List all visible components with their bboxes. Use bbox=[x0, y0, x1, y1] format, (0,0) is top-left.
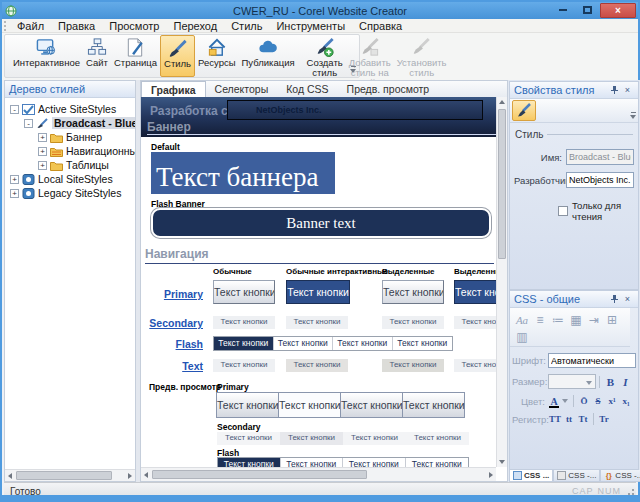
menu-view[interactable]: Просмотр bbox=[102, 19, 166, 33]
expander-icon[interactable]: + bbox=[10, 189, 19, 198]
toolbar-overflow-icon[interactable] bbox=[350, 66, 357, 74]
tab-css-code[interactable]: {} CSS -... bbox=[600, 470, 640, 482]
scroll-thumb[interactable] bbox=[152, 470, 367, 479]
expander-icon[interactable]: + bbox=[38, 133, 47, 142]
expander-icon[interactable]: + bbox=[10, 175, 19, 184]
preview-button: Текст кнопки bbox=[217, 432, 280, 445]
font-category-icon[interactable]: Aa bbox=[513, 311, 531, 328]
tree-item-tables[interactable]: + Таблицы bbox=[5, 158, 135, 172]
paragraph-category-icon[interactable]: ≡ bbox=[531, 311, 549, 328]
tree-item-local-sitestyles[interactable]: + Local SiteStyles bbox=[5, 172, 135, 186]
name-field[interactable] bbox=[566, 149, 634, 165]
developer-field[interactable] bbox=[566, 172, 634, 188]
create-style-button[interactable]: Создать стиль bbox=[304, 35, 346, 77]
main-horizontal-scrollbar[interactable] bbox=[141, 467, 496, 481]
lowercase-button[interactable]: tt bbox=[562, 414, 576, 424]
tab-css-list[interactable]: CSS -... bbox=[553, 470, 600, 482]
flash-banner-sample: Banner text bbox=[151, 208, 491, 238]
scroll-right-icon[interactable] bbox=[124, 470, 135, 481]
style-button[interactable]: Стиль bbox=[160, 35, 195, 77]
tab-selectors[interactable]: Селекторы bbox=[206, 81, 278, 97]
publish-button[interactable]: Публикация bbox=[239, 35, 298, 77]
indent-category-icon[interactable]: ⇥ bbox=[585, 311, 603, 328]
tab-graphics[interactable]: Графика bbox=[141, 81, 206, 97]
expander-icon[interactable]: + bbox=[38, 147, 47, 156]
italic-button[interactable]: I bbox=[618, 376, 633, 388]
menu-edit[interactable]: Правка bbox=[51, 19, 102, 33]
titlecase-button[interactable]: Tt bbox=[576, 414, 590, 424]
nav-row-secondary-link[interactable]: Secondary bbox=[145, 317, 203, 329]
color-dropdown-icon[interactable] bbox=[562, 399, 568, 403]
close-panel-icon[interactable]: × bbox=[621, 293, 634, 305]
scroll-thumb[interactable] bbox=[498, 109, 506, 259]
tree-item-broadcast-blue[interactable]: - Broadcast - Blue bbox=[5, 116, 135, 130]
bold-button[interactable]: B bbox=[603, 376, 618, 388]
menu-go[interactable]: Переход bbox=[166, 19, 224, 33]
border-category-icon[interactable]: ⊞ bbox=[603, 311, 621, 328]
tree-item-banner[interactable]: + Баннер bbox=[5, 130, 135, 144]
scroll-left-icon[interactable] bbox=[141, 469, 152, 480]
nav-col-normal: Обычные bbox=[213, 267, 252, 276]
superscript-button[interactable]: x¹ bbox=[605, 396, 619, 406]
font-color-button[interactable]: A bbox=[548, 396, 560, 407]
panel-toolbar-overflow-icon[interactable] bbox=[630, 112, 637, 120]
font-field[interactable] bbox=[548, 353, 636, 368]
scroll-down-icon[interactable] bbox=[497, 456, 507, 467]
expander-icon[interactable]: + bbox=[38, 161, 47, 170]
scroll-left-icon[interactable] bbox=[5, 470, 16, 481]
menu-help[interactable]: Справка bbox=[352, 19, 409, 33]
tab-css-general[interactable]: CSS ... bbox=[509, 470, 553, 482]
interactive-button[interactable]: Интерактивное bbox=[10, 35, 83, 77]
overline-button[interactable]: Ō bbox=[577, 396, 591, 406]
set-style-button[interactable]: Установить стиль bbox=[394, 35, 450, 77]
flash-nav-cell: Текст кнопки bbox=[343, 458, 406, 467]
layout-category-icon[interactable]: ▥ bbox=[513, 328, 531, 345]
smallcaps-button[interactable]: Tr bbox=[597, 414, 611, 424]
style-properties-brush-button[interactable] bbox=[512, 100, 536, 121]
expander-icon[interactable]: - bbox=[24, 119, 33, 128]
pin-icon[interactable] bbox=[608, 84, 621, 96]
tree-item-nav-panels[interactable]: + Навигационные панели bbox=[5, 144, 135, 158]
uppercase-button[interactable]: TT bbox=[548, 414, 562, 424]
menu-tools[interactable]: Инструменты bbox=[269, 19, 352, 33]
minimize-button[interactable] bbox=[550, 3, 575, 18]
preview-flash-bar: Текст кнопки Текст кнопки Текст кнопки Т… bbox=[217, 457, 469, 467]
main-vertical-scrollbar[interactable] bbox=[496, 97, 507, 467]
menu-file[interactable]: Файл bbox=[10, 19, 51, 33]
maximize-button[interactable] bbox=[575, 3, 600, 18]
list-category-icon[interactable]: ≔ bbox=[549, 311, 567, 328]
tree-item-active-sitestyles[interactable]: - Active SiteStyles bbox=[5, 102, 135, 116]
nav-row-text-link[interactable]: Text bbox=[145, 360, 203, 372]
name-label: Имя: bbox=[514, 152, 566, 163]
site-button[interactable]: Сайт bbox=[83, 35, 111, 77]
nav-row-flash-link[interactable]: Flash bbox=[145, 338, 203, 350]
navigation-section-title: Навигация bbox=[145, 247, 494, 264]
close-button[interactable]: × bbox=[600, 3, 636, 18]
nav-row-primary-link[interactable]: Primary bbox=[145, 288, 203, 300]
expander-icon[interactable]: - bbox=[10, 105, 19, 114]
preview-secondary-row: Текст кнопки Текст кнопки Текст кнопки Т… bbox=[217, 432, 469, 445]
scroll-thumb[interactable] bbox=[16, 471, 112, 480]
tab-css-code[interactable]: Код CSS bbox=[277, 81, 337, 97]
menubar-grip[interactable] bbox=[4, 21, 7, 31]
nav-button-sample: Текст кнопки bbox=[286, 316, 348, 329]
scroll-right-icon[interactable] bbox=[485, 469, 496, 480]
case-label: Регистр: bbox=[512, 414, 548, 425]
scroll-up-icon[interactable] bbox=[497, 97, 507, 108]
strikethrough-button[interactable]: S bbox=[591, 396, 605, 406]
subscript-button[interactable]: x₁ bbox=[619, 396, 633, 406]
size-combo[interactable] bbox=[548, 374, 596, 389]
tab-preview[interactable]: Предв. просмотр bbox=[338, 81, 439, 97]
preview-primary-row: Текст кнопки Текст кнопки Текст кнопки Т… bbox=[217, 392, 465, 418]
preview-group-primary: Primary bbox=[217, 382, 249, 392]
assets-button[interactable]: Ресурсы bbox=[195, 35, 238, 77]
background-category-icon[interactable]: ▦ bbox=[567, 311, 585, 328]
close-panel-icon[interactable]: × bbox=[621, 84, 634, 96]
tree-horizontal-scrollbar[interactable] bbox=[5, 469, 135, 481]
page-button[interactable]: Страница bbox=[111, 35, 160, 77]
tree-item-legacy-sitestyles[interactable]: + Legacy SiteStyles bbox=[5, 186, 135, 200]
pin-icon[interactable] bbox=[608, 293, 621, 305]
default-banner-sample: Текст баннера bbox=[151, 152, 335, 194]
readonly-checkbox[interactable] bbox=[558, 206, 568, 216]
menu-style[interactable]: Стиль bbox=[224, 19, 269, 33]
